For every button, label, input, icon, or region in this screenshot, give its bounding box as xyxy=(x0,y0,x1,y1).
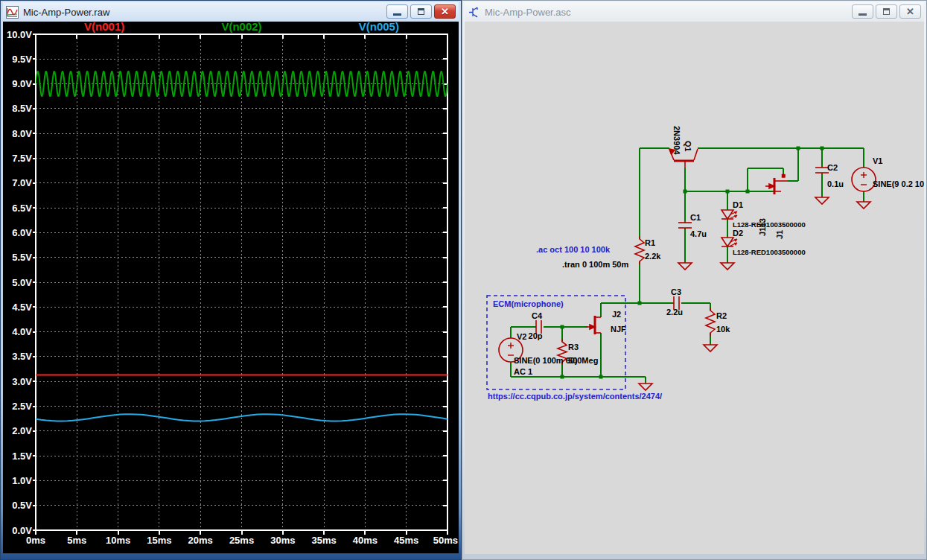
x-tick-label: 10ms xyxy=(106,535,130,546)
x-tick-label: 50ms xyxy=(433,535,458,546)
x-tick-label: 5ms xyxy=(67,535,86,546)
label-V1: V1 xyxy=(873,156,882,165)
value-C2: 0.1u xyxy=(827,179,844,188)
close-icon: ✕ xyxy=(441,7,449,16)
y-tick-label: 6.0V xyxy=(12,227,32,238)
value2-V2: AC 1 xyxy=(514,367,532,376)
label-C2: C2 xyxy=(827,163,838,172)
label-Q1: Q1 xyxy=(684,141,692,152)
y-tick-label: 4.0V xyxy=(12,326,32,337)
spice-directive-1: .tran 0 100m 50m xyxy=(562,260,628,269)
label-J1: J1 xyxy=(775,230,784,239)
label-D2: D2 xyxy=(733,229,743,238)
y-tick-label: 6.5V xyxy=(12,203,32,214)
waveform-titlebar[interactable]: Mic-Amp-Power.raw ✕ xyxy=(3,2,459,22)
value-C4: 20p xyxy=(529,331,543,340)
legend-V(n005): V(n005) xyxy=(359,22,399,33)
value-J1: J113 xyxy=(758,218,767,236)
value-D2: L128-RED1003500000 xyxy=(733,248,806,256)
label-D1: D1 xyxy=(733,200,743,209)
legend-V(n002): V(n002) xyxy=(221,22,261,33)
y-tick-label: 3.0V xyxy=(12,376,32,387)
x-tick-label: 25ms xyxy=(229,535,254,546)
y-tick-label: 9.5V xyxy=(12,54,32,65)
label-R2: R2 xyxy=(716,311,727,320)
schematic-canvas[interactable]: R12.2kR210kR3500MegC14.7uC20.1uC32.2uC42… xyxy=(465,22,924,554)
y-tick-label: 5.5V xyxy=(12,252,32,263)
y-tick-label: 3.5V xyxy=(12,351,32,362)
spice-directive-0: .ac oct 100 10 100k xyxy=(536,245,611,254)
restore-icon xyxy=(418,8,424,15)
x-tick-label: 0ms xyxy=(26,535,45,546)
label-C4: C4 xyxy=(532,311,543,320)
y-tick-label: 8.0V xyxy=(12,128,32,139)
value-J2: NJF xyxy=(611,325,626,334)
minimize-button[interactable] xyxy=(386,4,408,19)
y-tick-label: 2.5V xyxy=(12,401,32,412)
schematic-client-area: R12.2kR210kR3500MegC14.7uC20.1uC32.2uC42… xyxy=(465,22,924,554)
x-tick-label: 35ms xyxy=(311,535,336,546)
y-tick-label: 7.0V xyxy=(12,177,32,188)
minimize-icon xyxy=(393,13,401,16)
legend-V(n001): V(n001) xyxy=(84,22,124,33)
restore-icon xyxy=(883,8,890,15)
label-J2: J2 xyxy=(612,310,621,319)
y-tick-label: 5.0V xyxy=(12,277,32,288)
y-tick-label: 1.5V xyxy=(12,451,32,462)
schematic-titlebar[interactable]: Mic-Amp-Power.asc ✕ xyxy=(465,2,924,22)
waveform-client-area: 10.0V9.5V9.0V8.5V8.0V7.5V7.0V6.5V6.0V5.5… xyxy=(3,22,459,553)
value-C3: 2.2u xyxy=(666,308,683,316)
y-tick-label: 1.0V xyxy=(12,475,32,486)
label-R3: R3 xyxy=(568,343,579,351)
x-tick-label: 45ms xyxy=(394,535,418,546)
waveform-plot[interactable]: 10.0V9.5V9.0V8.5V8.0V7.5V7.0V6.5V6.0V5.5… xyxy=(3,22,459,553)
ltspice-workspace: Mic-Amp-Power.raw ✕ 10.0V9.5V9.0V8.5V8.0… xyxy=(0,0,927,560)
label-C1: C1 xyxy=(690,213,701,222)
y-tick-label: 2.0V xyxy=(12,425,32,436)
minimize-icon xyxy=(858,13,867,16)
label-V2: V2 xyxy=(517,332,526,341)
waveform-window: Mic-Amp-Power.raw ✕ 10.0V9.5V9.0V8.5V8.0… xyxy=(0,0,462,560)
close-icon: ✕ xyxy=(906,7,914,16)
y-tick-label: 9.0V xyxy=(12,78,32,89)
y-tick-label: 10.0V xyxy=(7,29,32,40)
label-C3: C3 xyxy=(671,287,681,296)
value-R2: 10k xyxy=(716,325,730,334)
waveform-window-icon xyxy=(6,6,19,19)
close-button[interactable]: ✕ xyxy=(899,4,921,19)
y-tick-label: 4.5V xyxy=(12,302,32,313)
value-D1: L128-RED1003500000 xyxy=(733,220,806,229)
close-button[interactable]: ✕ xyxy=(434,4,456,19)
x-tick-label: 40ms xyxy=(353,535,378,546)
waveform-window-title: Mic-Amp-Power.raw xyxy=(23,7,109,18)
x-tick-label: 20ms xyxy=(188,535,213,546)
y-tick-label: 0.5V xyxy=(12,500,32,511)
restore-button[interactable] xyxy=(876,4,897,19)
restore-button[interactable] xyxy=(410,4,432,19)
y-tick-label: 8.5V xyxy=(12,103,32,114)
x-tick-label: 30ms xyxy=(270,535,295,546)
source-url-note: https://cc.cqpub.co.jp/system/contents/2… xyxy=(488,392,662,401)
x-tick-label: 15ms xyxy=(147,535,171,546)
value-C1: 4.7u xyxy=(690,229,707,238)
value-V1: SINE(9 0.2 1000) xyxy=(873,179,924,188)
value-R1: 2.2k xyxy=(645,252,661,261)
schematic-window-icon xyxy=(468,6,480,19)
schematic-window: Mic-Amp-Power.asc ✕ R12.2kR210kR3500MegC… xyxy=(462,0,927,560)
label-R1: R1 xyxy=(645,238,655,247)
y-tick-label: 7.5V xyxy=(12,153,32,164)
schematic-window-title: Mic-Amp-Power.asc xyxy=(485,7,571,18)
mic-box-label: ECM(microphone) xyxy=(493,299,564,308)
minimize-button[interactable] xyxy=(852,4,873,19)
value-Q1: 2N3904 xyxy=(672,126,681,155)
value-V2: SINE(0 100m 60) xyxy=(514,356,578,365)
